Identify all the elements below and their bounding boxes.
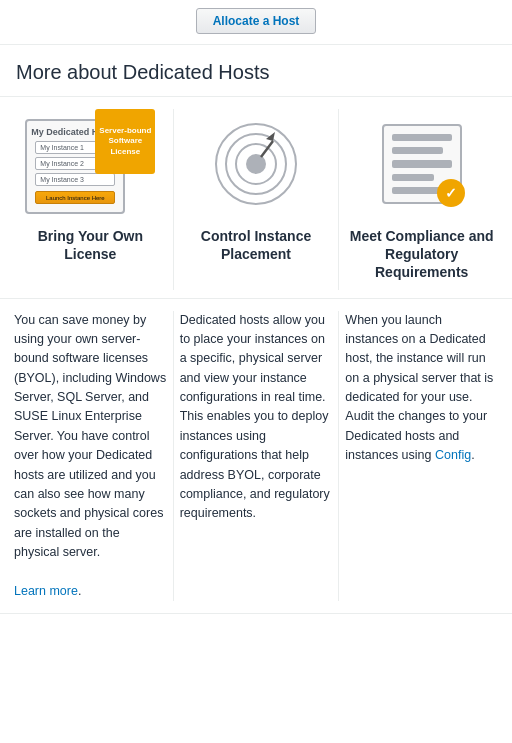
check-line-1 xyxy=(392,134,452,141)
byol-text: You can save money by using your own ser… xyxy=(14,313,166,560)
allocate-host-button[interactable]: Allocate a Host xyxy=(196,8,317,34)
feature-byol: My Dedicated Host My Instance 1 My Insta… xyxy=(8,109,174,290)
byol-illustration: My Dedicated Host My Instance 1 My Insta… xyxy=(25,109,155,219)
orange-license-card: Server-bound Software License xyxy=(95,109,155,174)
byol-description: You can save money by using your own ser… xyxy=(8,311,174,602)
control-text: Dedicated hosts allow you to place your … xyxy=(180,313,330,521)
compliance-illustration: ✓ xyxy=(367,109,477,219)
control-description: Dedicated hosts allow you to place your … xyxy=(174,311,340,602)
target-icon xyxy=(211,119,301,209)
section-title: More about Dedicated Hosts xyxy=(0,45,512,97)
period: . xyxy=(78,584,81,598)
descriptions-row: You can save money by using your own ser… xyxy=(0,299,512,615)
check-line-2 xyxy=(392,147,443,154)
learn-more-link[interactable]: Learn more xyxy=(14,584,78,598)
launch-btn-mini: Launch Instance Here xyxy=(35,191,115,204)
feature-compliance: ✓ Meet Compliance and Regulatory Require… xyxy=(339,109,504,290)
orange-checkmark-icon: ✓ xyxy=(437,179,465,207)
compliance-text-intro: When you launch instances on a Dedicated… xyxy=(345,313,493,463)
byol-heading: Bring Your Own License xyxy=(12,227,169,263)
svg-line-4 xyxy=(261,141,273,157)
features-row: My Dedicated Host My Instance 1 My Insta… xyxy=(0,97,512,299)
feature-control: Control Instance Placement xyxy=(174,109,340,290)
compliance-period: . xyxy=(471,448,474,462)
compliance-heading: Meet Compliance and Regulatory Requireme… xyxy=(343,227,500,282)
compliance-description: When you launch instances on a Dedicated… xyxy=(339,311,504,602)
check-line-3 xyxy=(392,160,452,167)
target-illustration xyxy=(206,109,306,219)
control-heading: Control Instance Placement xyxy=(178,227,335,263)
svg-point-3 xyxy=(246,154,266,174)
top-bar: Allocate a Host xyxy=(0,0,512,45)
check-line-4 xyxy=(392,174,434,181)
instance-row-3: My Instance 3 xyxy=(35,173,115,186)
config-link[interactable]: Config xyxy=(435,448,471,462)
